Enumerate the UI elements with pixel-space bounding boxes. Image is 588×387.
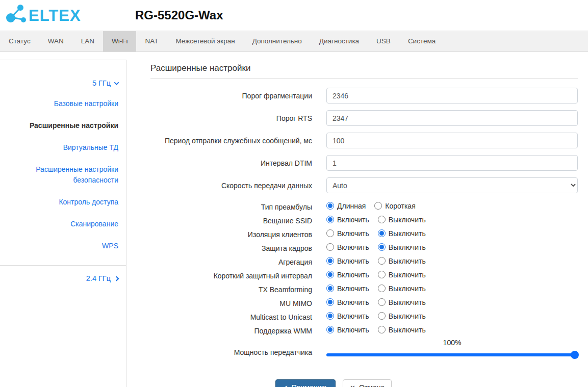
short-guard-interval-option-1[interactable]: Выключить bbox=[378, 271, 426, 279]
wmm-support-radio-1[interactable] bbox=[378, 326, 386, 333]
apply-button-label: Применить bbox=[292, 383, 328, 387]
ssid-broadcast-label: Вещание SSID bbox=[150, 216, 326, 225]
eltex-logo: ELTEX bbox=[4, 4, 109, 27]
device-model-title: RG-5520G-Wax bbox=[135, 8, 223, 22]
tx-beamforming-option-0[interactable]: Включить bbox=[326, 285, 369, 293]
dtim-interval-input[interactable] bbox=[326, 155, 578, 171]
ssid-broadcast-radio-1[interactable] bbox=[378, 216, 386, 223]
form-row-client-isolation: Изоляция клиентовВключитьВыключить bbox=[150, 227, 578, 241]
frame-protection-radio-0[interactable] bbox=[326, 243, 334, 251]
rts-threshold-input[interactable] bbox=[326, 110, 578, 126]
form-row-short-guard-interval: Короткий защитный интервалВключитьВыключ… bbox=[150, 269, 578, 282]
sidebar-item-virtual-ap[interactable]: Виртуальные ТД bbox=[0, 137, 126, 159]
ssid-broadcast-radio-0[interactable] bbox=[326, 216, 334, 223]
tab-status[interactable]: Статус bbox=[0, 31, 39, 51]
tab-firewall[interactable]: Межсетевой экран bbox=[167, 31, 243, 51]
tab-nat[interactable]: NAT bbox=[136, 31, 167, 51]
aggregation-option-0[interactable]: Включить bbox=[326, 257, 369, 265]
tx-beamforming-radio-1[interactable] bbox=[378, 285, 386, 292]
aggregation-radio-0[interactable] bbox=[326, 257, 334, 265]
tx-beamforming-radio-0[interactable] bbox=[326, 285, 334, 292]
tx-power-slider-thumb[interactable] bbox=[571, 351, 579, 359]
eltex-molecule-icon bbox=[4, 4, 28, 27]
frame-protection-option-0[interactable]: Включить bbox=[326, 243, 369, 251]
aggregation-option-label-1: Выключить bbox=[389, 257, 426, 265]
preamble-type-option-0[interactable]: Длинная bbox=[326, 202, 366, 210]
mu-mimo-option-1[interactable]: Выключить bbox=[378, 298, 426, 306]
fragmentation-threshold-label: Порог фрагментации bbox=[150, 91, 326, 100]
main-content: Расширенные настройки Порог фрагментации… bbox=[126, 52, 588, 387]
client-isolation-option-label-1: Выключить bbox=[389, 229, 426, 238]
preamble-type-radio-1[interactable] bbox=[374, 202, 382, 210]
sidebar-item-advanced-settings[interactable]: Расширенные настройки bbox=[0, 115, 126, 137]
frame-protection-label: Защита кадров bbox=[150, 244, 326, 253]
tab-usb[interactable]: USB bbox=[368, 31, 399, 51]
chevron-right-icon bbox=[114, 276, 119, 281]
sidebar-item-access-control[interactable]: Контроль доступа bbox=[0, 191, 126, 213]
tab-diagnostics[interactable]: Диагностика bbox=[311, 31, 368, 51]
mu-mimo-radio-1[interactable] bbox=[378, 298, 386, 306]
dtim-interval-label: Интервал DTIM bbox=[150, 159, 326, 168]
apply-button[interactable]: ✔ Применить bbox=[275, 379, 336, 387]
multicast-to-unicast-option-label-1: Выключить bbox=[389, 312, 426, 320]
mu-mimo-radio-0[interactable] bbox=[326, 298, 334, 306]
ssid-broadcast-option-label-1: Выключить bbox=[389, 216, 426, 224]
ssid-broadcast-option-1[interactable]: Выключить bbox=[378, 216, 426, 224]
tx-beamforming-option-1[interactable]: Выключить bbox=[378, 285, 426, 293]
short-guard-interval-radio-1[interactable] bbox=[378, 271, 386, 278]
cancel-button[interactable]: ✕ Отмена bbox=[343, 379, 392, 387]
tab-wan[interactable]: WAN bbox=[39, 31, 72, 51]
aggregation-option-1[interactable]: Выключить bbox=[378, 257, 426, 265]
wmm-support-option-0[interactable]: Включить bbox=[326, 326, 369, 334]
multicast-to-unicast-option-label-0: Включить bbox=[337, 312, 369, 320]
tab-advanced[interactable]: Дополнительно bbox=[244, 31, 311, 51]
short-guard-interval-option-0[interactable]: Включить bbox=[326, 271, 369, 279]
ssid-broadcast-option-0[interactable]: Включить bbox=[326, 216, 369, 224]
preamble-type-label: Тип преамбулы bbox=[150, 202, 326, 212]
multicast-to-unicast-option-1[interactable]: Выключить bbox=[378, 312, 426, 320]
client-isolation-radio-0[interactable] bbox=[326, 229, 334, 237]
sidebar-item-scanning[interactable]: Сканирование bbox=[0, 213, 126, 235]
tab-system[interactable]: Система bbox=[399, 31, 444, 51]
short-guard-interval-radio-0[interactable] bbox=[326, 271, 334, 278]
sidebar-item-basic-settings[interactable]: Базовые настройки bbox=[0, 93, 126, 115]
form-row-data-rate: Скорость передачи данныхAuto bbox=[150, 177, 578, 193]
tx-power-slider[interactable] bbox=[326, 351, 578, 359]
sidebar-group-label: 5 ГГц bbox=[92, 79, 111, 87]
preamble-type-radio-0[interactable] bbox=[326, 202, 334, 210]
fragmentation-threshold-input[interactable] bbox=[326, 88, 578, 104]
mu-mimo-option-label-0: Включить bbox=[337, 298, 369, 306]
frame-protection-radio-1[interactable] bbox=[378, 243, 386, 251]
client-isolation-option-1[interactable]: Выключить bbox=[378, 229, 426, 238]
client-isolation-option-0[interactable]: Включить bbox=[326, 229, 369, 238]
short-guard-interval-option-label-0: Включить bbox=[337, 271, 369, 279]
sidebar-group-band-5ghz[interactable]: 5 ГГц bbox=[0, 73, 126, 93]
tab-wifi[interactable]: Wi-Fi bbox=[103, 31, 136, 51]
multicast-to-unicast-radio-1[interactable] bbox=[378, 312, 386, 320]
client-isolation-radio-1[interactable] bbox=[378, 229, 386, 237]
data-rate-label: Скорость передачи данных bbox=[150, 181, 326, 190]
wmm-support-option-1[interactable]: Выключить bbox=[378, 326, 426, 334]
check-icon: ✔ bbox=[283, 384, 288, 387]
rts-threshold-label: Порог RTS bbox=[150, 114, 326, 123]
multicast-to-unicast-option-0[interactable]: Включить bbox=[326, 312, 369, 320]
mu-mimo-option-0[interactable]: Включить bbox=[326, 298, 369, 306]
main-nav-tabs: СтатусWANLANWi-FiNATМежсетевой экранДопо… bbox=[0, 31, 588, 52]
beacon-interval-input[interactable] bbox=[326, 133, 578, 148]
preamble-type-option-1[interactable]: Короткая bbox=[374, 202, 415, 210]
sidebar-group-band-24ghz[interactable]: 2.4 ГГц bbox=[0, 269, 126, 288]
form-row-multicast-to-unicast: Multicast to UnicastВключитьВыключить bbox=[150, 310, 578, 324]
aggregation-radio-1[interactable] bbox=[378, 257, 386, 265]
wmm-support-radio-0[interactable] bbox=[326, 326, 334, 333]
aggregation-option-label-0: Включить bbox=[337, 257, 369, 265]
frame-protection-option-1[interactable]: Выключить bbox=[378, 243, 426, 251]
data-rate-select[interactable]: Auto bbox=[326, 177, 578, 193]
tab-lan[interactable]: LAN bbox=[72, 31, 103, 51]
close-icon: ✕ bbox=[350, 384, 355, 387]
sidebar-item-wps[interactable]: WPS bbox=[0, 235, 126, 257]
form-row-tx-power: Мощность передатчика100% bbox=[150, 339, 578, 359]
multicast-to-unicast-radio-0[interactable] bbox=[326, 312, 334, 320]
advanced-settings-form: Порог фрагментацииПорог RTSПериод отправ… bbox=[150, 88, 578, 359]
sidebar-item-advanced-security-settings[interactable]: Расширенные настройки безопасности bbox=[0, 159, 126, 191]
client-isolation-option-label-0: Включить bbox=[337, 229, 369, 238]
